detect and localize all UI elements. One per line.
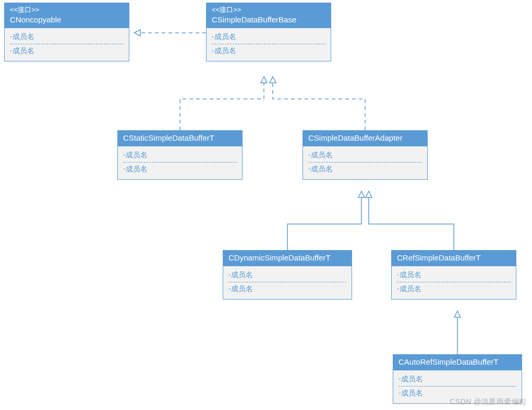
class-header: CRefSimpleDataBufferT (392, 251, 516, 266)
class-member: -成员名 (397, 269, 511, 281)
class-header: <<接口>>CSimpleDataBufferBase (207, 3, 331, 28)
class-title: CSimpleDataBufferBase (212, 15, 325, 25)
stereotype-label: <<接口>> (10, 5, 124, 15)
member-separator (308, 162, 422, 163)
class-header: CStaticSimpleDataBufferT (118, 131, 242, 146)
class-member: -成员名 (308, 150, 422, 161)
class-body: -成员名-成员名 (5, 28, 129, 61)
edge-dynamic-to-adapter (287, 192, 361, 250)
class-title: CRefSimpleDataBufferT (397, 253, 511, 263)
class-CDynamicSimpleDataBufferT[interactable]: CDynamicSimpleDataBufferT-成员名-成员名 (223, 250, 352, 300)
class-title: CDynamicSimpleDataBufferT (228, 253, 346, 263)
member-separator (398, 386, 516, 387)
class-member: -成员名 (123, 164, 237, 175)
class-CRefSimpleDataBufferT[interactable]: CRefSimpleDataBufferT-成员名-成员名 (391, 250, 516, 300)
class-header: <<接口>>CNoncopyable (5, 3, 129, 28)
edge-adapter-to-base (273, 77, 365, 130)
member-separator (123, 162, 237, 163)
class-title: CSimpleDataBufferAdapter (308, 133, 422, 143)
connector-layer (0, 0, 532, 410)
class-member: -成员名 (10, 31, 124, 43)
member-separator (228, 282, 346, 282)
class-member: -成员名 (10, 45, 124, 57)
class-body: -成员名-成员名 (392, 266, 516, 299)
class-header: CAutoRefSimpleDataBufferT (393, 355, 522, 370)
edge-ref-to-adapter (369, 192, 454, 250)
member-separator (212, 44, 325, 44)
class-body: -成员名-成员名 (223, 266, 352, 299)
class-CAutoRefSimpleDataBufferT[interactable]: CAutoRefSimpleDataBufferT-成员名-成员名 (393, 354, 522, 404)
class-body: -成员名-成员名 (118, 146, 242, 179)
edge-static-to-base (180, 77, 264, 130)
class-header: CDynamicSimpleDataBufferT (223, 251, 352, 266)
class-member: -成员名 (308, 164, 422, 175)
member-separator (397, 282, 511, 282)
class-member: -成员名 (212, 45, 325, 57)
class-title: CNoncopyable (10, 15, 124, 25)
class-body: -成员名-成员名 (207, 28, 331, 61)
class-header: CSimpleDataBufferAdapter (303, 131, 427, 146)
class-CSimpleDataBufferBase[interactable]: <<接口>>CSimpleDataBufferBase-成员名-成员名 (206, 3, 331, 61)
class-CNoncopyable[interactable]: <<接口>>CNoncopyable-成员名-成员名 (4, 3, 129, 61)
class-member: -成员名 (228, 283, 346, 295)
class-CSimpleDataBufferAdapter[interactable]: CSimpleDataBufferAdapter-成员名-成员名 (303, 130, 428, 180)
class-CStaticSimpleDataBufferT[interactable]: CStaticSimpleDataBufferT-成员名-成员名 (117, 130, 243, 180)
class-title: CAutoRefSimpleDataBufferT (398, 357, 516, 367)
class-member: -成员名 (398, 374, 516, 385)
class-member: -成员名 (123, 150, 237, 161)
class-body: -成员名-成员名 (303, 146, 427, 179)
stereotype-label: <<接口>> (212, 5, 325, 15)
class-member: -成员名 (397, 283, 511, 295)
member-separator (10, 44, 124, 44)
class-title: CStaticSimpleDataBufferT (123, 133, 237, 143)
class-member: -成员名 (212, 31, 325, 43)
watermark: CSDN @流星雨爱编程 (450, 397, 527, 407)
class-member: -成员名 (228, 269, 346, 281)
